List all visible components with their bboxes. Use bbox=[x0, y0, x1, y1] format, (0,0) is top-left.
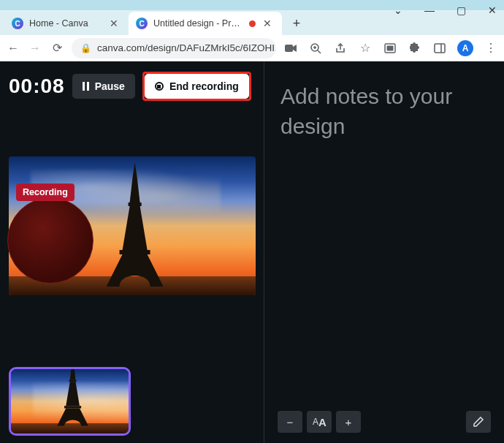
profile-avatar[interactable]: A bbox=[457, 40, 473, 56]
svg-rect-7 bbox=[435, 44, 445, 53]
cast-icon[interactable] bbox=[383, 43, 397, 53]
window-chevron-icon[interactable]: ⌄ bbox=[394, 4, 402, 16]
browser-tab-active[interactable]: Untitled design - Prese… ✕ bbox=[129, 12, 282, 35]
url-text: canva.com/design/DAFuZMrkI5c/6IZOHI… bbox=[97, 42, 276, 53]
tab-close-icon[interactable]: ✕ bbox=[107, 18, 121, 29]
forward-icon[interactable]: → bbox=[28, 42, 42, 55]
eiffel-tower-graphic bbox=[102, 162, 168, 287]
notes-bottom-toolbar: − AA + bbox=[278, 411, 491, 433]
browser-toolbar: ← → ⟳ 🔒 canva.com/design/DAFuZMrkI5c/6IZ… bbox=[0, 35, 504, 61]
tab-title: Untitled design - Prese… bbox=[153, 18, 245, 29]
toolbar-right: ☆ A ⋮ bbox=[283, 40, 498, 56]
font-size-indicator[interactable]: AA bbox=[307, 411, 332, 433]
font-decrease-button[interactable]: − bbox=[278, 411, 302, 433]
slide-thumbnails bbox=[9, 360, 255, 436]
recording-badge: Recording bbox=[16, 183, 75, 201]
window-close-icon[interactable]: ✕ bbox=[488, 4, 497, 16]
recorder-topbar: 00:08 Pause End recording bbox=[9, 72, 255, 101]
camera-icon[interactable] bbox=[283, 44, 298, 53]
edit-notes-button[interactable] bbox=[466, 411, 491, 433]
slide-preview-area: Recording bbox=[9, 101, 255, 295]
font-increase-button[interactable]: + bbox=[336, 411, 361, 433]
end-recording-label: End recording bbox=[169, 80, 239, 92]
browser-tabstrip: ⌄ — ▢ ✕ Home - Canva ✕ Untitled design -… bbox=[0, 10, 504, 35]
canva-presenter-app: 00:08 Pause End recording Recording bbox=[0, 61, 504, 443]
star-icon[interactable]: ☆ bbox=[358, 41, 373, 55]
canva-favicon-icon bbox=[12, 18, 23, 29]
lock-icon: 🔒 bbox=[80, 43, 91, 53]
browser-tab[interactable]: Home - Canva ✕ bbox=[4, 12, 129, 35]
kebab-menu-icon[interactable]: ⋮ bbox=[484, 41, 498, 55]
svg-rect-10 bbox=[120, 250, 150, 254]
svg-rect-12 bbox=[64, 406, 81, 408]
address-bar[interactable]: 🔒 canva.com/design/DAFuZMrkI5c/6IZOHI… bbox=[72, 38, 276, 58]
svg-line-2 bbox=[318, 50, 321, 53]
notes-panel: Add notes to your design − AA + bbox=[264, 61, 504, 443]
window-minimize-icon[interactable]: — bbox=[424, 4, 435, 16]
notes-placeholder[interactable]: Add notes to your design bbox=[280, 82, 488, 141]
presenter-left-panel: 00:08 Pause End recording Recording bbox=[0, 61, 264, 443]
pause-button-label: Pause bbox=[95, 80, 125, 92]
svg-rect-6 bbox=[387, 45, 394, 50]
canva-favicon-icon bbox=[136, 18, 148, 29]
end-recording-highlight: End recording bbox=[142, 72, 251, 101]
end-recording-button[interactable]: End recording bbox=[145, 74, 249, 99]
zoom-icon[interactable] bbox=[308, 42, 323, 54]
window-controls: ⌄ — ▢ ✕ bbox=[394, 4, 497, 16]
new-tab-button[interactable]: + bbox=[286, 13, 307, 34]
tab-title: Home - Canva bbox=[29, 18, 107, 29]
tab-close-icon[interactable]: ✕ bbox=[260, 18, 275, 29]
recording-indicator-icon bbox=[249, 20, 256, 27]
stop-icon bbox=[155, 82, 164, 91]
svg-rect-0 bbox=[285, 45, 293, 52]
svg-rect-9 bbox=[129, 202, 142, 206]
webcam-preview-circle[interactable] bbox=[7, 197, 93, 284]
back-icon[interactable]: ← bbox=[6, 42, 20, 55]
sidepanel-icon[interactable] bbox=[432, 43, 447, 53]
recording-timer: 00:08 bbox=[9, 75, 65, 98]
slide-thumbnail[interactable] bbox=[9, 367, 131, 436]
share-icon[interactable] bbox=[333, 42, 348, 54]
extensions-icon[interactable] bbox=[408, 42, 422, 53]
reload-icon[interactable]: ⟳ bbox=[50, 41, 64, 55]
window-maximize-icon[interactable]: ▢ bbox=[457, 4, 466, 16]
svg-rect-11 bbox=[69, 380, 76, 382]
pause-button[interactable]: Pause bbox=[72, 74, 135, 99]
pause-icon bbox=[83, 82, 89, 91]
